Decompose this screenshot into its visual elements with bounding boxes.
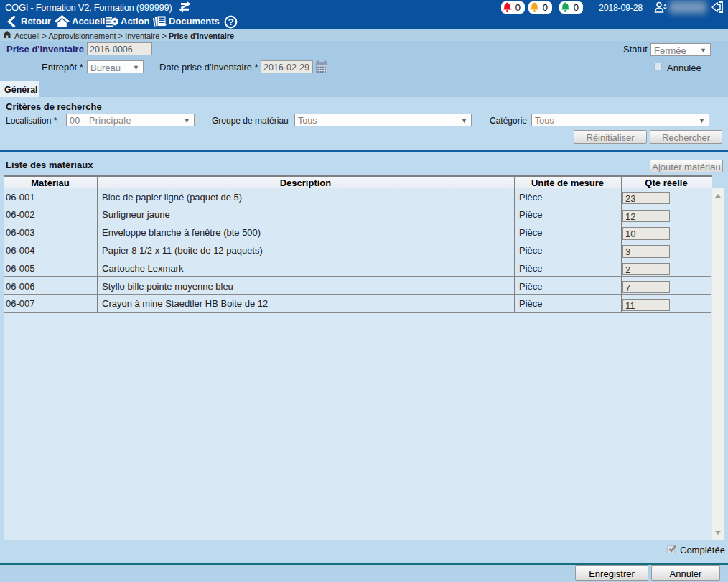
svg-text:?: ? (228, 17, 233, 27)
